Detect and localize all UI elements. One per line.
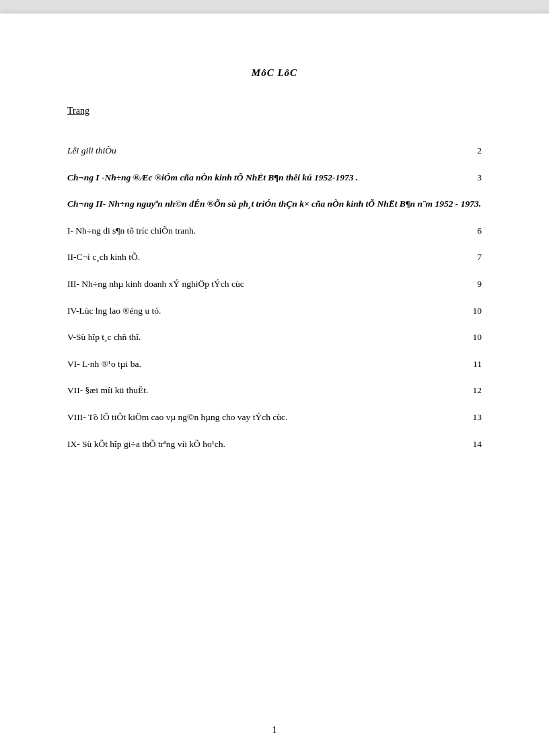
entry-muc-VI: VI- L·nh ®¹o tµi ba. 11 (67, 357, 482, 372)
page-number: 7 (477, 250, 482, 265)
entry-muc-IV: IV-Lùc l­ng lao ®éng u tó. 10 (67, 304, 482, 318)
entry-text: I- Nh÷ng di s¶n tõ tríc chiÕn tranh. (67, 226, 196, 236)
document-page: MôC LôC Trang Lêi gili thiÖu 2 Ch¬ng I -… (0, 13, 549, 756)
entry-muc-III: III- Nh÷ng nhµ kinh doanh xÝ nghiÖp tÝch… (67, 277, 482, 291)
entry-text: Ch¬ng II- Nh÷ng nguyªn nh©n dÉn ®Õn sù p… (67, 199, 481, 209)
entry-muc-VII: VII- §æi míi kü thuËt. 12 (67, 383, 482, 398)
document-title: MôC LôC (67, 67, 482, 79)
page-number: 11 (473, 357, 482, 372)
page-number: 3 (477, 170, 482, 185)
entry-text: V-Sù hîp t¸c chñ thî. (67, 332, 141, 342)
entry-text: Lêi gili thiÖu (67, 145, 116, 156)
entry-text: II-C¬i c¸ch kinh tÕ. (67, 252, 140, 262)
entry-muc-II: II-C¬i c¸ch kinh tÕ. 7 (67, 250, 482, 265)
entry-text: VIII- Tõ lÔ tiÕt kiÖm cao vµ ng©n hµng c… (67, 412, 287, 422)
entry-loi-gioi-thieu: Lêi gili thiÖu 2 (67, 143, 482, 158)
entry-text: IV-Lùc l­ng lao ®éng u tó. (67, 306, 161, 316)
page-number: 2 (477, 143, 482, 158)
page-number: 13 (473, 410, 482, 425)
entry-text: VII- §æi míi kü thuËt. (67, 385, 148, 395)
page-number: 14 (473, 437, 482, 452)
entry-muc-IX: IX- Sù kÕt hîp gi÷a thÕ trªng víi kÕ ho¹… (67, 437, 482, 452)
entry-chuong-2: Ch¬ng II- Nh÷ng nguyªn nh©n dÉn ®Õn sù p… (67, 197, 482, 211)
entry-text: IX- Sù kÕt hîp gi÷a thÕ trªng víi kÕ ho¹… (67, 439, 225, 449)
entry-muc-VIII: VIII- Tõ lÔ tiÕt kiÖm cao vµ ng©n hµng c… (67, 410, 482, 425)
entry-text: VI- L·nh ®¹o tµi ba. (67, 359, 141, 369)
trang-label: Trang (67, 106, 482, 116)
page-number: 6 (477, 224, 482, 238)
entry-text: Ch¬ng I -Nh÷ng ®Æc ®iÓm cña nÒn kinh tÕ … (67, 172, 358, 182)
page-number: 12 (473, 383, 482, 398)
footer-page-number: 1 (0, 725, 549, 736)
page-number: 9 (477, 277, 482, 291)
entry-muc-I: I- Nh÷ng di s¶n tõ tríc chiÕn tranh. 6 (67, 224, 482, 238)
entry-muc-V: V-Sù hîp t¸c chñ thî. 10 (67, 330, 482, 345)
entry-text: III- Nh÷ng nhµ kinh doanh xÝ nghiÖp tÝch… (67, 279, 244, 289)
entry-chuong-1: Ch¬ng I -Nh÷ng ®Æc ®iÓm cña nÒn kinh tÕ … (67, 170, 482, 185)
page-number: 10 (473, 304, 482, 318)
page-number: 10 (473, 330, 482, 345)
